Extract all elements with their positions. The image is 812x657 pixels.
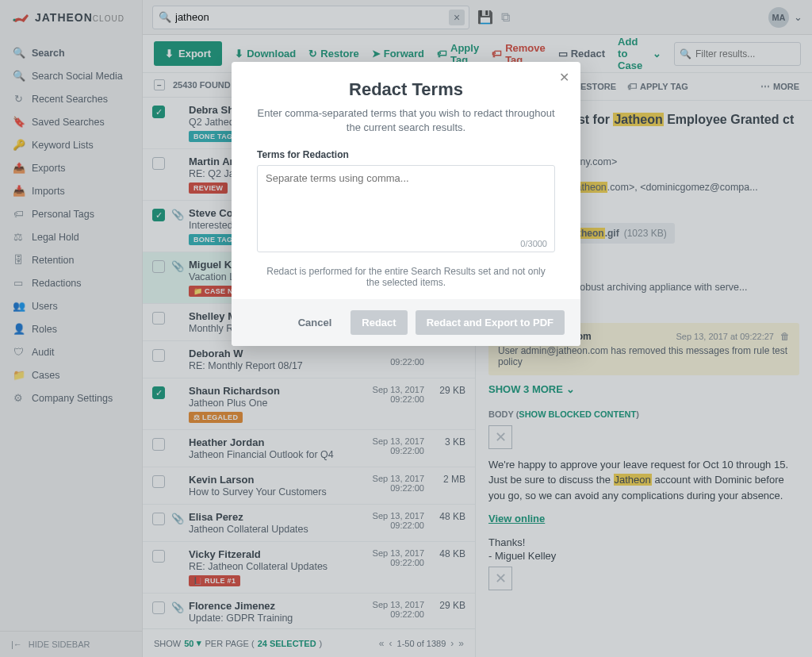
modal-subtitle: Enter comma-separated terms that you wis…	[257, 106, 555, 135]
char-count: 0/3000	[520, 239, 547, 248]
cancel-button[interactable]: Cancel	[287, 310, 343, 335]
modal-title: Redact Terms	[257, 79, 555, 100]
modal-note: Redact is performed for the entire Searc…	[232, 255, 580, 299]
terms-textarea[interactable]	[257, 165, 555, 252]
modal-overlay[interactable]: ✕ Redact Terms Enter comma-separated ter…	[0, 0, 812, 657]
terms-label: Terms for Redaction	[257, 149, 555, 160]
redact-modal: ✕ Redact Terms Enter comma-separated ter…	[232, 62, 580, 346]
modal-close-icon[interactable]: ✕	[559, 70, 569, 85]
redact-button[interactable]: Redact	[350, 310, 407, 335]
modal-actions: Cancel Redact Redact and Export to PDF	[232, 299, 580, 346]
redact-export-button[interactable]: Redact and Export to PDF	[416, 310, 565, 335]
